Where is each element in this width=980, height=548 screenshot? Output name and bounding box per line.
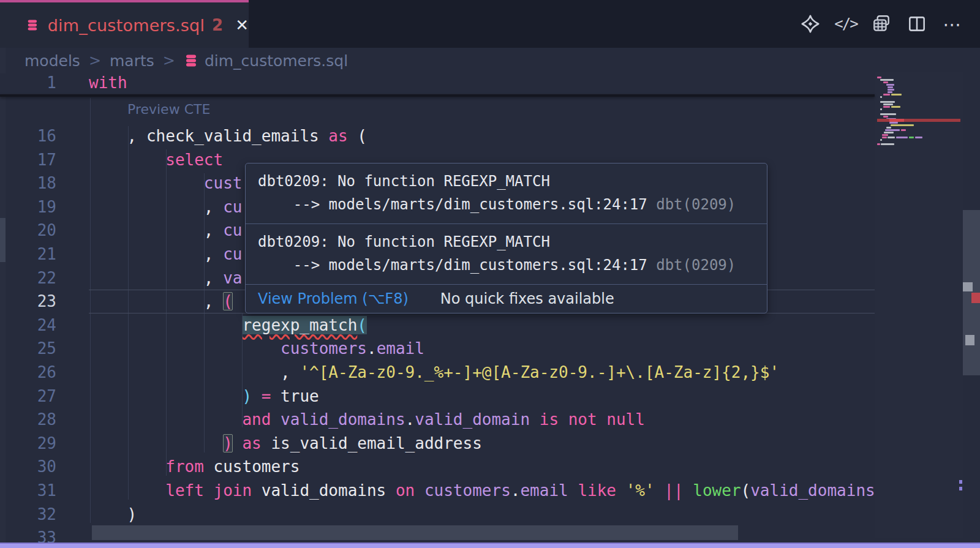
minimap[interactable] bbox=[875, 72, 963, 538]
sticky-divider bbox=[0, 94, 875, 97]
line-number: 20 bbox=[0, 219, 56, 242]
diagnostic-source: dbt(0209) bbox=[656, 257, 736, 274]
sticky-scroll-line[interactable]: 1 with bbox=[0, 73, 875, 94]
code-line[interactable]: 32 ) bbox=[0, 503, 875, 527]
line-number: 21 bbox=[0, 242, 56, 266]
sticky-line-number: 1 bbox=[0, 71, 56, 95]
view-problem-link[interactable]: View Problem (⌥F8) bbox=[258, 290, 409, 307]
editor-window: dim_customers.sql 2 ✕ </> bbox=[0, 0, 980, 548]
codelens-preview-cte[interactable]: Preview CTE bbox=[127, 102, 210, 117]
line-number: 23 bbox=[0, 290, 56, 313]
query-results-icon[interactable] bbox=[871, 13, 892, 34]
code-line[interactable]: 26 , '^[A-Za-z0-9._%+-]+@[A-Za-z0-9.-]+\… bbox=[0, 361, 875, 385]
line-number: 16 bbox=[0, 124, 56, 148]
indent-guide bbox=[242, 313, 243, 427]
breadcrumb-file[interactable]: dim_customers.sql bbox=[184, 52, 348, 70]
code-line[interactable]: 30 from customers bbox=[0, 455, 875, 479]
line-number: 27 bbox=[0, 385, 56, 408]
breadcrumb-models[interactable]: models bbox=[24, 52, 80, 70]
code-line[interactable]: 31 left join valid_domains on customers.… bbox=[0, 479, 875, 503]
diagnostic-source: dbt(0209) bbox=[656, 196, 736, 213]
line-number: 29 bbox=[0, 432, 56, 456]
database-icon bbox=[26, 16, 39, 34]
tab-filename: dim_customers.sql bbox=[48, 16, 205, 35]
line-number: 25 bbox=[0, 337, 56, 361]
hover-actions: View Problem (⌥F8) No quick fixes availa… bbox=[246, 285, 767, 313]
dbt-icon[interactable] bbox=[800, 13, 821, 34]
breadcrumb-separator: > bbox=[89, 52, 101, 69]
breadcrumb-marts[interactable]: marts bbox=[110, 52, 154, 70]
split-editor-icon[interactable] bbox=[907, 13, 927, 34]
code-line[interactable]: 28 and valid_domains.valid_domain is not… bbox=[0, 408, 875, 432]
tab-bar: dim_customers.sql 2 ✕ </> bbox=[0, 0, 980, 48]
line-number: 17 bbox=[0, 148, 56, 172]
code-line[interactable]: 16 , check_valid_emails as ( bbox=[0, 124, 875, 148]
more-actions-icon[interactable]: ⋯ bbox=[942, 13, 963, 34]
breadcrumb-separator: > bbox=[163, 52, 175, 69]
editor-actions: </> ⋯ bbox=[800, 0, 963, 48]
diagnostic-message: dbt0209: No function REGEXP_MATCH --> mo… bbox=[246, 224, 767, 285]
panel-sash[interactable] bbox=[0, 542, 980, 548]
left-margin-strip bbox=[0, 48, 6, 542]
code-line[interactable]: 24 regexp_match( bbox=[0, 313, 875, 337]
line-number: 18 bbox=[0, 171, 56, 195]
diagnostic-message: dbt0209: No function REGEXP_MATCH --> mo… bbox=[246, 163, 767, 224]
code-line[interactable]: 29 ) as is_valid_email_address bbox=[0, 432, 875, 456]
line-number: 28 bbox=[0, 408, 56, 432]
line-number: 26 bbox=[0, 361, 56, 385]
code-line[interactable]: 25 customers.email bbox=[0, 337, 875, 361]
sticky-code: with bbox=[89, 71, 127, 95]
code-preview-icon[interactable]: </> bbox=[835, 13, 856, 34]
line-number: 30 bbox=[0, 455, 56, 479]
line-number: 22 bbox=[0, 266, 56, 290]
database-icon bbox=[184, 53, 198, 68]
no-quick-fixes-label: No quick fixes available bbox=[440, 290, 614, 307]
line-number: 19 bbox=[0, 195, 56, 219]
problem-hover-popup: dbt0209: No function REGEXP_MATCH --> mo… bbox=[245, 163, 767, 313]
left-margin-decoration bbox=[0, 218, 6, 262]
horizontal-scrollbar[interactable] bbox=[92, 525, 738, 540]
code-line[interactable]: 27 ) = true bbox=[0, 385, 875, 408]
close-icon[interactable]: ✕ bbox=[235, 16, 249, 34]
tab-problems-badge: 2 bbox=[212, 16, 223, 34]
tab-dim-customers-sql[interactable]: dim_customers.sql 2 ✕ bbox=[0, 0, 249, 48]
line-number: 32 bbox=[0, 503, 56, 527]
line-number: 24 bbox=[0, 313, 56, 337]
line-number: 31 bbox=[0, 479, 56, 503]
breadcrumb: models > marts > dim_customers.sql bbox=[24, 48, 980, 73]
